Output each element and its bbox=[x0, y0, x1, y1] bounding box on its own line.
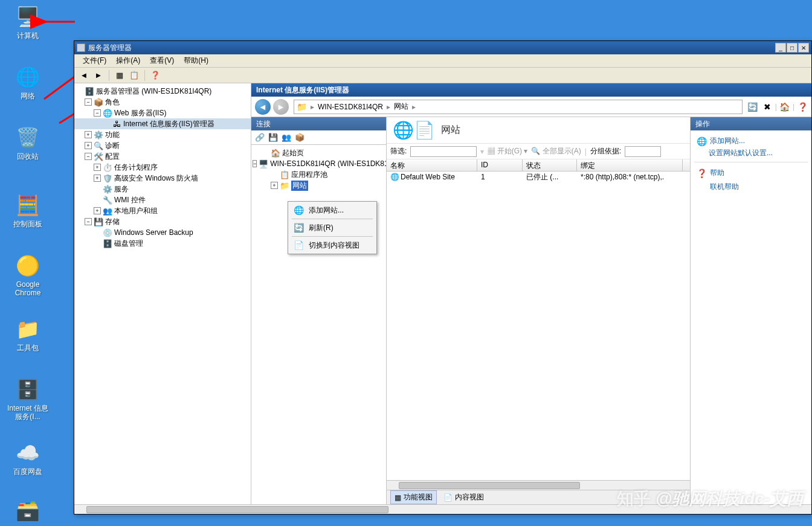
stop-icon[interactable]: ✖ bbox=[761, 100, 774, 114]
site-icon: 🌐 bbox=[390, 173, 399, 181]
tree-item[interactable]: +👥本地用户和组 bbox=[74, 205, 251, 216]
nav-forward-button[interactable]: ► bbox=[273, 99, 289, 115]
expand-toggle[interactable]: + bbox=[271, 182, 278, 189]
node-label: 起始页 bbox=[282, 148, 304, 158]
tree-item[interactable]: 🖧Internet 信息服务(IIS)管理器 bbox=[74, 118, 251, 129]
column-header[interactable]: 绑定 bbox=[577, 159, 683, 171]
desktop-icon[interactable]: 🖥️计算机 bbox=[5, 5, 51, 40]
tree-item[interactable]: 🔧WMI 控件 bbox=[74, 194, 251, 205]
expand-toggle[interactable]: + bbox=[85, 131, 92, 138]
conn-tree-item[interactable]: 📋应用程序池 bbox=[253, 169, 385, 180]
node-label: 诊断 bbox=[105, 141, 120, 151]
action-icon: ❓ bbox=[697, 168, 706, 178]
expand-toggle[interactable]: − bbox=[85, 98, 92, 106]
crumb-server[interactable]: WIN-ES1DK81I4QR bbox=[315, 103, 385, 111]
maximize-button[interactable]: □ bbox=[787, 43, 798, 53]
up-icon[interactable]: 📦 bbox=[294, 132, 306, 144]
conn-tree-item[interactable]: +📁网站 bbox=[253, 180, 385, 191]
desktop-icon[interactable]: 🟡Google Chrome bbox=[5, 254, 51, 297]
app-icon: ☁️ bbox=[16, 441, 40, 465]
expand-toggle[interactable]: − bbox=[94, 109, 101, 117]
titlebar: 服务器管理器 _ □ ✕ bbox=[74, 41, 811, 54]
tree-item[interactable]: +⚙️功能 bbox=[74, 129, 251, 140]
table-row[interactable]: 🌐Default Web Site1已停止 (...*:80 (http),80… bbox=[387, 172, 690, 182]
expand-toggle[interactable]: − bbox=[85, 153, 92, 160]
column-header[interactable]: 状态 bbox=[523, 159, 577, 171]
expand-toggle[interactable]: + bbox=[94, 207, 101, 214]
tree-item[interactable]: ⚙️服务 bbox=[74, 184, 251, 194]
node-icon: 🗄️ bbox=[85, 86, 94, 96]
node-icon: 📋 bbox=[280, 170, 289, 179]
breadcrumb[interactable]: 📁 ▸ WIN-ES1DK81I4QR ▸ 网站 ▸ bbox=[294, 100, 743, 114]
menu-item[interactable]: 文件(F) bbox=[78, 54, 111, 67]
desktop-icon[interactable]: 🗃️DBC bbox=[5, 498, 51, 526]
conn-tree-item[interactable]: 🏠起始页 bbox=[253, 147, 385, 158]
sites-grid[interactable]: 名称ID状态绑定 🌐Default Web Site1已停止 (...*:80 … bbox=[387, 159, 690, 490]
back-button[interactable]: ◄ bbox=[78, 69, 90, 82]
desktop-icon[interactable]: 🗄️Internet 信息服务(I... bbox=[5, 377, 51, 421]
help-icon[interactable]: ❓ bbox=[796, 100, 809, 114]
tree-item[interactable]: +⏱️任务计划程序 bbox=[74, 162, 251, 173]
close-button[interactable]: ✕ bbox=[798, 43, 809, 53]
tree-item[interactable]: 💿Windows Server Backup bbox=[74, 227, 251, 238]
server-manager-tree[interactable]: 🗄️服务器管理器 (WIN-ES1DK81I4QR)−📦角色−🌐Web 服务器(… bbox=[74, 83, 251, 504]
menu-icon: 🌐 bbox=[293, 205, 304, 216]
node-icon: ⏱️ bbox=[103, 162, 112, 172]
action-link[interactable]: 🌐添加网站... bbox=[694, 134, 808, 148]
desktop-icon[interactable]: 🌐网络 bbox=[5, 65, 51, 100]
content-view-tab[interactable]: 📄内容视图 bbox=[439, 490, 488, 504]
expand-toggle[interactable]: + bbox=[94, 164, 101, 171]
context-menu-item[interactable]: 🔄刷新(R) bbox=[289, 220, 375, 235]
node-label: Internet 信息服务(IIS)管理器 bbox=[123, 119, 214, 129]
context-menu-item[interactable]: 🌐添加网站... bbox=[289, 203, 375, 217]
action-link[interactable]: ❓帮助 bbox=[694, 166, 808, 180]
refresh-all-icon[interactable]: 🔄 bbox=[746, 100, 759, 114]
conn-tree-item[interactable]: −🖥️WIN-ES1DK81I4QR (WIN-ES1DK81I4 bbox=[253, 158, 385, 169]
desktop-icon[interactable]: 🧮控制面板 bbox=[5, 193, 51, 228]
delete-icon[interactable]: 👥 bbox=[280, 132, 292, 144]
features-view-tab[interactable]: ▦功能视图 bbox=[390, 490, 437, 504]
node-label: 服务 bbox=[114, 184, 129, 194]
menu-item[interactable]: 查看(V) bbox=[145, 54, 179, 67]
column-header[interactable]: ID bbox=[477, 159, 523, 171]
desktop-icon[interactable]: ☁️百度网盘 bbox=[5, 441, 51, 476]
showall-button[interactable]: 🔍 全部显示(A) bbox=[531, 146, 581, 156]
action-link[interactable]: 联机帮助 bbox=[694, 180, 808, 194]
tree-item[interactable]: 🗄️磁盘管理 bbox=[74, 238, 251, 249]
column-header[interactable]: 名称 bbox=[387, 159, 477, 171]
app-icon: 🗄️ bbox=[16, 377, 40, 402]
context-menu-item[interactable]: 📄切换到内容视图 bbox=[289, 238, 375, 252]
home-icon[interactable]: 🏠 bbox=[778, 100, 791, 114]
tree-item[interactable]: 🗄️服务器管理器 (WIN-ES1DK81I4QR) bbox=[74, 86, 251, 97]
tree-item[interactable]: −💾存储 bbox=[74, 216, 251, 227]
expand-toggle[interactable]: + bbox=[94, 175, 101, 182]
expand-toggle[interactable]: − bbox=[85, 218, 92, 225]
menu-item[interactable]: 帮助(H) bbox=[179, 54, 213, 67]
forward-button[interactable]: ► bbox=[92, 69, 105, 82]
filter-input[interactable] bbox=[410, 146, 477, 157]
start-button[interactable]: ▦ 开始(G) ▾ bbox=[488, 146, 527, 156]
show-hide-button[interactable]: ▦ bbox=[114, 69, 126, 82]
nav-back-button[interactable]: ◄ bbox=[255, 99, 271, 115]
help-button[interactable]: ❓ bbox=[149, 69, 161, 82]
action-icon bbox=[697, 182, 706, 192]
menu-item[interactable]: 操作(A) bbox=[111, 54, 145, 67]
action-sublink[interactable]: 设置网站默认设置... bbox=[694, 148, 808, 158]
desktop-icon[interactable]: 📁工具包 bbox=[5, 317, 51, 352]
tree-item[interactable]: +🛡️高级安全 Windows 防火墙 bbox=[74, 173, 251, 184]
groupby-select[interactable] bbox=[625, 146, 661, 157]
minimize-button[interactable]: _ bbox=[775, 43, 786, 53]
node-label: WMI 控件 bbox=[114, 195, 146, 205]
tree-item[interactable]: −🌐Web 服务器(IIS) bbox=[74, 107, 251, 118]
connect-icon[interactable]: 🔗 bbox=[254, 132, 266, 144]
tree-item[interactable]: +🔍诊断 bbox=[74, 140, 251, 151]
properties-button[interactable]: 📋 bbox=[128, 69, 140, 82]
expand-toggle[interactable]: + bbox=[85, 142, 92, 149]
connections-tree[interactable]: 🏠起始页−🖥️WIN-ES1DK81I4QR (WIN-ES1DK81I4📋应用… bbox=[251, 145, 386, 504]
expand-toggle[interactable]: − bbox=[253, 160, 257, 167]
tree-item[interactable]: −🛠️配置 bbox=[74, 151, 251, 162]
tree-item[interactable]: −📦角色 bbox=[74, 97, 251, 107]
desktop-icon[interactable]: 🗑️回收站 bbox=[5, 126, 51, 161]
save-icon[interactable]: 💾 bbox=[267, 132, 279, 144]
crumb-sites[interactable]: 网站 bbox=[392, 101, 411, 112]
